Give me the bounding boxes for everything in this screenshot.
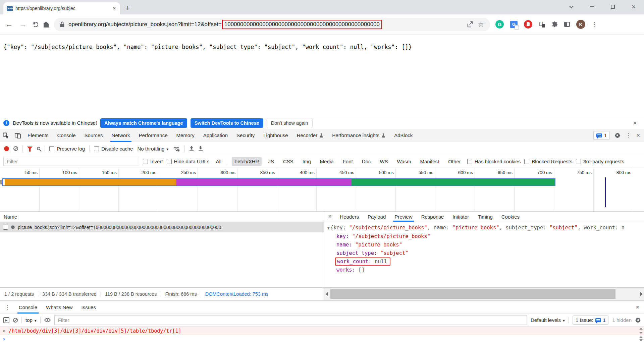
tab-sources[interactable]: Sources xyxy=(80,129,107,142)
prompt-scroll-up-arrow[interactable] xyxy=(639,336,643,338)
checkbox[interactable] xyxy=(576,159,581,164)
preview-property-work-count[interactable]: work_count: null xyxy=(327,258,644,266)
hide-data-urls-checkbox[interactable]: Hide data URLs xyxy=(167,159,210,164)
youdao-dict-icon[interactable]: U xyxy=(539,21,545,28)
console-sidebar-icon[interactable] xyxy=(3,317,9,323)
console-scroll-down-arrow[interactable] xyxy=(639,332,643,334)
tab-network[interactable]: Network xyxy=(107,129,135,142)
window-close-button[interactable] xyxy=(623,0,644,13)
export-har-icon[interactable] xyxy=(198,146,203,151)
filter-type-other[interactable]: Other xyxy=(445,157,464,166)
filter-type-ws[interactable]: WS xyxy=(377,157,390,166)
horizontal-scrollbar[interactable] xyxy=(324,288,644,300)
checkbox[interactable] xyxy=(524,159,529,164)
devtools-settings-icon[interactable] xyxy=(615,133,620,138)
preview-summary-line[interactable]: {key: "/subjects/picture_books", name: "… xyxy=(327,224,644,232)
expand-arrow-icon[interactable] xyxy=(327,226,330,230)
search-icon[interactable] xyxy=(37,147,40,150)
back-icon[interactable] xyxy=(5,20,13,29)
filter-type-wasm[interactable]: Wasm xyxy=(394,157,414,166)
preview-property-key[interactable]: key: "/subjects/picture_books" xyxy=(327,232,644,241)
minimize-button[interactable] xyxy=(582,0,602,13)
tab-console[interactable]: Console xyxy=(53,129,80,142)
checkbox[interactable] xyxy=(94,146,99,151)
tab-elements[interactable]: Elements xyxy=(23,129,53,142)
clear-console-icon[interactable] xyxy=(13,318,18,323)
drawer-tab-console[interactable]: Console xyxy=(14,301,42,314)
import-har-icon[interactable] xyxy=(189,146,194,151)
tab-close-icon[interactable] xyxy=(112,5,117,12)
detail-pane-close-icon[interactable] xyxy=(324,214,335,220)
tab-recorder[interactable]: Recorder xyxy=(292,129,328,142)
side-panel-icon[interactable] xyxy=(564,22,570,27)
detail-tab-response[interactable]: Response xyxy=(417,212,448,222)
url-text[interactable]: openlibrary.org/subjects/picture_books.j… xyxy=(68,20,463,29)
filter-type-doc[interactable]: Doc xyxy=(359,157,374,166)
preview-property-name[interactable]: name: "picture books" xyxy=(327,241,644,249)
issues-counter[interactable]: 1 xyxy=(593,131,610,140)
disable-cache-checkbox[interactable]: Disable cache xyxy=(94,146,133,152)
preview-property-subject-type[interactable]: subject_type: "subject" xyxy=(327,249,644,258)
detail-tab-timing[interactable]: Timing xyxy=(473,212,497,222)
context-selector[interactable]: top xyxy=(25,317,37,323)
filter-type-media[interactable]: Media xyxy=(317,157,336,166)
detail-tab-headers[interactable]: Headers xyxy=(335,212,363,222)
name-column-header[interactable]: Name xyxy=(0,212,324,222)
drawer-tab-issues[interactable]: Issues xyxy=(77,301,100,314)
network-filter-input[interactable] xyxy=(3,157,139,166)
console-filter-input[interactable] xyxy=(54,315,527,325)
device-toolbar-icon[interactable] xyxy=(11,133,23,137)
tab-security[interactable]: Security xyxy=(232,129,259,142)
network-conditions-icon[interactable] xyxy=(173,146,180,152)
checkbox[interactable] xyxy=(167,159,172,164)
request-row[interactable]: picture_books.json?limit=12&offset=10000… xyxy=(0,222,324,232)
console-issues-counter[interactable]: 1 Issue: 1 xyxy=(573,316,608,325)
live-expression-eye-icon[interactable] xyxy=(44,318,51,322)
devtools-menu-icon[interactable] xyxy=(625,132,631,139)
filter-type-js[interactable]: JS xyxy=(265,157,277,166)
tab-search-icon[interactable] xyxy=(561,0,582,13)
checkbox[interactable] xyxy=(143,159,148,164)
error-xpath-link[interactable]: /html/body/div[3]/div[3]/div/div/div[5]/… xyxy=(9,328,181,334)
profile-avatar[interactable]: K xyxy=(576,20,585,29)
browser-menu-icon[interactable] xyxy=(592,21,598,28)
adblock-icon[interactable] xyxy=(524,20,532,28)
detail-tab-preview[interactable]: Preview xyxy=(390,212,417,222)
dont-show-again-button[interactable]: Don't show again xyxy=(267,118,313,128)
detail-tab-initiator[interactable]: Initiator xyxy=(448,212,473,222)
switch-chinese-button[interactable]: Switch DevTools to Chinese xyxy=(191,118,263,128)
drawer-menu-icon[interactable] xyxy=(0,304,14,311)
tab-application[interactable]: Application xyxy=(199,129,232,142)
home-icon[interactable] xyxy=(44,24,49,27)
maximize-button[interactable] xyxy=(602,0,623,13)
checkbox[interactable] xyxy=(467,159,472,164)
drawer-close-icon[interactable] xyxy=(636,303,644,311)
address-bar[interactable]: openlibrary.org/subjects/picture_books.j… xyxy=(54,18,490,31)
filter-type-img[interactable]: Img xyxy=(300,157,314,166)
tab-adblock[interactable]: AdBlock xyxy=(390,129,417,142)
request-checkbox[interactable] xyxy=(3,225,8,230)
clear-network-log-icon[interactable] xyxy=(13,146,18,151)
tab-lighthouse[interactable]: Lighthouse xyxy=(259,129,292,142)
prompt-scroll-down-arrow[interactable] xyxy=(639,339,643,341)
request-waterfall-bar[interactable] xyxy=(2,178,555,186)
has-blocked-cookies-checkbox[interactable]: Has blocked cookies xyxy=(467,159,521,164)
grammarly-icon[interactable]: G xyxy=(495,20,504,28)
record-icon[interactable] xyxy=(4,146,9,151)
scrollbar-thumb[interactable] xyxy=(330,289,615,299)
tab-performance-insights[interactable]: Performance insights xyxy=(328,129,390,142)
preview-property-works[interactable]: works: [] xyxy=(327,266,644,274)
filter-type-fetch-xhr[interactable]: Fetch/XHR xyxy=(232,157,262,166)
console-scroll-up-arrow[interactable] xyxy=(639,328,643,330)
scroll-left-arrow[interactable] xyxy=(326,292,328,296)
invert-checkbox[interactable]: Invert xyxy=(143,159,163,164)
detail-tab-cookies[interactable]: Cookies xyxy=(497,212,524,222)
share-icon[interactable] xyxy=(467,21,474,27)
blocked-requests-checkbox[interactable]: Blocked Requests xyxy=(524,159,572,164)
log-levels-dropdown[interactable]: Default levels xyxy=(531,317,565,323)
network-overview-timeline[interactable]: 50 ms 100 ms 150 ms 200 ms 250 ms 300 ms… xyxy=(0,168,644,212)
tab-memory[interactable]: Memory xyxy=(172,129,199,142)
detail-tab-payload[interactable]: Payload xyxy=(363,212,390,222)
match-language-button[interactable]: Always match Chrome's language xyxy=(100,118,187,128)
console-settings-icon[interactable] xyxy=(635,318,641,323)
